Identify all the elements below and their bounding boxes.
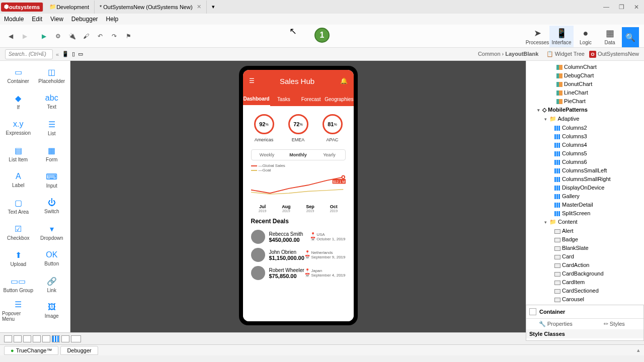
- widget-button[interactable]: OKButton: [36, 246, 68, 271]
- tree-columns2[interactable]: Columns2: [526, 124, 644, 132]
- debugger-tab[interactable]: Debugger: [60, 346, 98, 355]
- tree-gallery[interactable]: Gallery: [526, 192, 644, 201]
- tree-columns3[interactable]: Columns3: [526, 132, 644, 141]
- tree-mobilepatterns[interactable]: ▾◇ MobilePatterns: [526, 106, 644, 115]
- menu-edit[interactable]: Edit: [32, 16, 42, 23]
- deal-row[interactable]: Robert Wheeler$75,850.00 📍 Japan📅 Septem…: [247, 264, 350, 282]
- bell-icon[interactable]: 🔔: [340, 77, 348, 84]
- tree-panel[interactable]: ColumnChartDebugChartDonutChartLineChart…: [526, 61, 644, 332]
- tab-geographies[interactable]: Geographies: [325, 92, 353, 106]
- size-preset[interactable]: [4, 335, 12, 342]
- widget-placeholder[interactable]: ◫Placeholder: [36, 63, 68, 88]
- nav-interface[interactable]: 📱Interface: [549, 26, 574, 47]
- tree-cardsectioned[interactable]: CardSectioned: [526, 287, 644, 295]
- tab-properties[interactable]: 🔧 Properties: [526, 319, 585, 329]
- widget-input[interactable]: ⌨Input: [36, 167, 68, 193]
- tree-columnchart[interactable]: ColumnChart: [526, 63, 644, 71]
- canvas[interactable]: ☰ Sales Hub 🔔 Dashboard Tasks Forecast G…: [70, 61, 526, 332]
- tree-columnssmallright[interactable]: ColumnsSmallRight: [526, 175, 644, 184]
- close-icon[interactable]: ✕: [197, 4, 201, 10]
- tab-dropdown[interactable]: ▾: [207, 1, 220, 14]
- widget-container[interactable]: ▭Container: [2, 63, 35, 88]
- widget-text-area[interactable]: ▢Text Area: [2, 194, 35, 219]
- tab-styles[interactable]: ✏ Styles: [585, 319, 644, 329]
- forward-button[interactable]: ▶: [19, 31, 30, 42]
- redo-button[interactable]: ↷: [109, 31, 120, 42]
- close-button[interactable]: ✕: [629, 4, 644, 11]
- tree-alert[interactable]: Alert: [526, 227, 644, 235]
- search-input[interactable]: [5, 49, 53, 59]
- size-preset[interactable]: [61, 335, 69, 342]
- tree-carousel[interactable]: Carousel: [526, 295, 644, 304]
- widget-upload[interactable]: ⬆Upload: [2, 246, 35, 271]
- device-desktop-icon[interactable]: ▭: [78, 51, 83, 57]
- run-button[interactable]: ▶: [38, 31, 49, 42]
- tree-card[interactable]: Card: [526, 252, 644, 261]
- deal-row[interactable]: Rebecca Smith$450,000.00 📍 USA📅 October …: [247, 228, 350, 246]
- tree-columns4[interactable]: Columns4: [526, 141, 644, 149]
- truechange-tab[interactable]: ●TrueChange™: [4, 346, 58, 355]
- menu-module[interactable]: Module: [4, 16, 24, 23]
- widget-image[interactable]: 🖼Image: [36, 298, 68, 323]
- widget-dropdown[interactable]: ▾Dropdown: [36, 220, 68, 245]
- tree-content[interactable]: ▾📁 Content: [526, 218, 644, 227]
- nav-data[interactable]: ▦Data: [598, 26, 622, 47]
- widget-switch[interactable]: ⏻Switch: [36, 194, 68, 219]
- size-preset[interactable]: [71, 335, 81, 342]
- tree-displayondevice[interactable]: DisplayOnDevice: [526, 184, 644, 192]
- size-preset[interactable]: [52, 335, 60, 342]
- expand-icon[interactable]: ▴: [637, 347, 640, 353]
- widget-form[interactable]: ▦Form: [36, 141, 68, 166]
- tree-carditem[interactable]: CardItem: [526, 278, 644, 287]
- widget-popover-menu[interactable]: ☰Popover Menu: [2, 298, 35, 323]
- notification-badge[interactable]: 1: [314, 28, 330, 43]
- nav-processes[interactable]: ➤Processes: [525, 26, 549, 47]
- tree-cardbackground[interactable]: CardBackground: [526, 269, 644, 278]
- widget-text[interactable]: abcText: [36, 89, 68, 114]
- menu-debugger[interactable]: Debugger: [71, 16, 98, 23]
- nav-logic[interactable]: ●Logic: [574, 26, 598, 47]
- tree-donutchart[interactable]: DonutChart: [526, 80, 644, 88]
- tab-outsystemsnew[interactable]: * OutSystemsNew (OutSystems New)✕: [95, 1, 207, 14]
- period-yearly[interactable]: Yearly: [314, 150, 345, 160]
- period-weekly[interactable]: Weekly: [252, 150, 283, 160]
- minimize-button[interactable]: —: [599, 4, 614, 11]
- size-preset[interactable]: [14, 335, 22, 342]
- tree-masterdetail[interactable]: MasterDetail: [526, 201, 644, 209]
- widget-checkbox[interactable]: ☑Checkbox: [2, 220, 35, 245]
- tree-blankslate[interactable]: BlankSlate: [526, 244, 644, 252]
- period-monthly[interactable]: Monthly: [283, 150, 314, 160]
- widget-expression[interactable]: x.yExpression: [2, 115, 35, 140]
- tree-debugchart[interactable]: DebugChart: [526, 71, 644, 80]
- tab-development[interactable]: 📁 Development: [44, 1, 95, 14]
- widget-button-group[interactable]: ▭▭Button Group: [2, 272, 35, 297]
- back-button[interactable]: ◀: [5, 31, 16, 42]
- menu-view[interactable]: View: [50, 16, 63, 23]
- deal-row[interactable]: John Obrien$1,150,000.00 📍 Netherlands📅 …: [247, 246, 350, 264]
- tree-columns5[interactable]: Columns5: [526, 149, 644, 158]
- widget-list[interactable]: ☰List: [36, 115, 68, 140]
- search-button[interactable]: 🔍: [622, 27, 639, 47]
- collapse-icon[interactable]: «: [56, 51, 59, 57]
- hamburger-icon[interactable]: ☰: [249, 77, 255, 84]
- tree-adaptive[interactable]: ▾📁 Adaptive: [526, 115, 644, 124]
- widget-list-item[interactable]: ▤List Item: [2, 141, 35, 166]
- brush-icon[interactable]: 🖌: [80, 31, 92, 42]
- tree-splitscreen[interactable]: SplitScreen: [526, 209, 644, 218]
- tree-piechart[interactable]: PieChart: [526, 97, 644, 106]
- device-tablet-icon[interactable]: ▯: [72, 51, 75, 57]
- widget-label[interactable]: ALabel: [2, 167, 35, 193]
- device-phone-icon[interactable]: 📱: [62, 51, 69, 57]
- menu-help[interactable]: Help: [106, 16, 119, 23]
- tree-cardaction[interactable]: CardAction: [526, 261, 644, 269]
- tab-forecast[interactable]: Forecast: [297, 92, 325, 106]
- undo-button[interactable]: ↶: [95, 31, 106, 42]
- tree-columnssmallleft[interactable]: ColumnsSmallLeft: [526, 166, 644, 175]
- tab-tasks[interactable]: Tasks: [270, 92, 297, 106]
- size-preset[interactable]: [33, 335, 41, 342]
- size-preset[interactable]: [42, 335, 50, 342]
- size-preset[interactable]: [23, 335, 31, 342]
- widget-if[interactable]: ◆If: [2, 89, 35, 114]
- tab-dashboard[interactable]: Dashboard: [243, 92, 270, 106]
- gear-icon[interactable]: ⚙: [52, 31, 63, 42]
